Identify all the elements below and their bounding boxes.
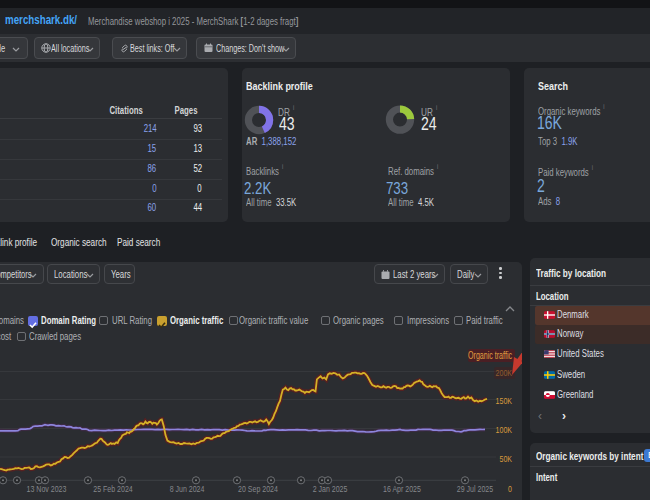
svg-text:100K: 100K xyxy=(496,425,512,435)
svg-text:150K: 150K xyxy=(496,396,512,406)
svg-text:8 Jun 2024: 8 Jun 2024 xyxy=(170,484,205,494)
svg-text:25 Feb 2024: 25 Feb 2024 xyxy=(93,484,132,494)
svg-text:0: 0 xyxy=(508,484,512,494)
svg-text:50K: 50K xyxy=(500,454,513,464)
svg-text:16 Apr 2025: 16 Apr 2025 xyxy=(383,484,421,494)
svg-text:29 Jul 2025: 29 Jul 2025 xyxy=(457,484,493,494)
svg-text:2 Jan 2025: 2 Jan 2025 xyxy=(313,484,348,494)
svg-text:13 Nov 2023: 13 Nov 2023 xyxy=(27,484,67,494)
svg-text:20 Sep 2024: 20 Sep 2024 xyxy=(238,484,278,494)
svg-text:Organic traffic: Organic traffic xyxy=(468,350,512,361)
